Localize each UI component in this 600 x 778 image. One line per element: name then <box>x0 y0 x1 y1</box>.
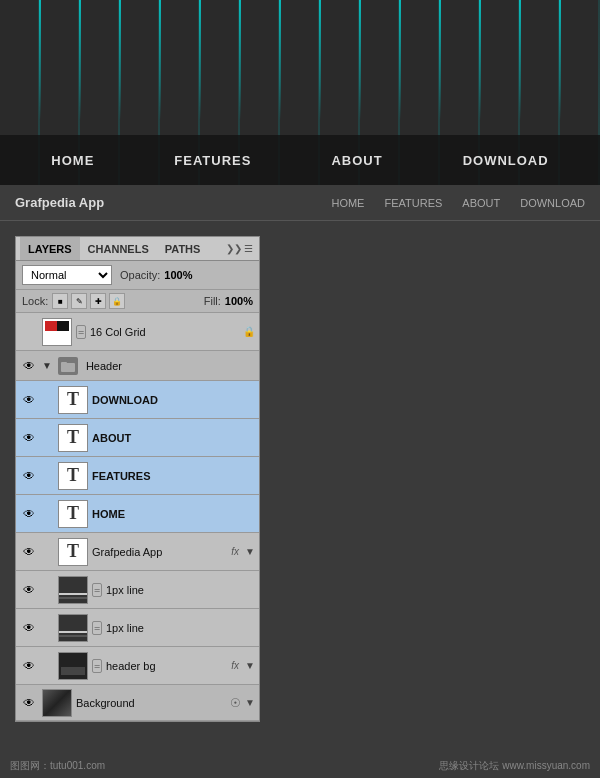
layer-row[interactable]: 👁 T FEATURES <box>16 457 259 495</box>
website-preview: HOME FEATURES ABOUT DOWNLOAD <box>0 0 600 185</box>
lock-label: Lock: <box>22 295 48 307</box>
tab-channels[interactable]: CHANNELS <box>80 237 157 260</box>
layer-fx-chevron[interactable]: ▼ <box>245 660 255 671</box>
layer-visibility-toggle[interactable]: 👁 <box>20 391 38 409</box>
layer-fx-label: fx <box>231 660 239 671</box>
layer-visibility-toggle[interactable]: 👁 <box>20 694 38 712</box>
app-header: Grafpedia App HOME FEATURES ABOUT DOWNLO… <box>0 185 600 221</box>
watermark-left: 图图网：tutu001.com <box>10 759 105 773</box>
panel-expand-icon[interactable]: ❯❯ <box>226 243 242 254</box>
layer-fx-label: fx <box>231 546 239 557</box>
layer-thumbnail: T <box>58 462 88 490</box>
lock-icons: ■ ✎ ✚ 🔒 <box>52 293 125 309</box>
layer-row[interactable]: 👁 T ABOUT <box>16 419 259 457</box>
layer-row[interactable]: 👁 T DOWNLOAD <box>16 381 259 419</box>
layers-list: ⚌ 16 Col Grid 🔒 👁 ▼ Header 👁 <box>16 313 259 721</box>
layer-name: DOWNLOAD <box>92 394 255 406</box>
layer-chain-icon: ⚌ <box>92 583 102 597</box>
tab-layers[interactable]: LAYERS <box>20 237 80 260</box>
app-nav-features[interactable]: FEATURES <box>384 197 442 209</box>
lock-image-icon[interactable]: ✎ <box>71 293 87 309</box>
group-arrow-icon[interactable]: ▼ <box>42 360 52 371</box>
teal-line <box>519 0 521 120</box>
layer-visibility-toggle[interactable]: 👁 <box>20 467 38 485</box>
opacity-label: Opacity: <box>120 269 160 281</box>
layer-visibility-toggle[interactable]: 👁 <box>20 505 38 523</box>
svg-rect-1 <box>61 362 67 365</box>
opacity-value: 100% <box>164 269 192 281</box>
lock-transparent-icon[interactable]: ■ <box>52 293 68 309</box>
app-title: Grafpedia App <box>15 195 104 210</box>
teal-line <box>199 0 201 120</box>
layer-row[interactable]: ⚌ 16 Col Grid 🔒 <box>16 313 259 351</box>
teal-line <box>39 0 41 120</box>
layer-chevron-icon[interactable]: ▼ <box>245 697 255 708</box>
layer-name: FEATURES <box>92 470 255 482</box>
layer-fx-chevron[interactable]: ▼ <box>245 546 255 557</box>
layer-chain-icon: ⚌ <box>92 621 102 635</box>
panel-menu-icon[interactable]: ☰ <box>244 243 253 254</box>
layer-thumbnail: T <box>58 538 88 566</box>
blend-mode-select[interactable]: Normal Multiply Screen <box>22 265 112 285</box>
layer-lock-globe-icon: ☉ <box>230 696 241 710</box>
layer-visibility-toggle[interactable] <box>20 323 38 341</box>
teal-line <box>279 0 281 120</box>
website-nav-bar: HOME FEATURES ABOUT DOWNLOAD <box>0 135 600 185</box>
tab-paths[interactable]: PATHS <box>157 237 209 260</box>
layer-row[interactable]: 👁 T HOME <box>16 495 259 533</box>
teal-line <box>119 0 121 120</box>
panel-tabs: LAYERS CHANNELS PATHS ❯❯ ☰ <box>16 237 259 261</box>
app-nav-about[interactable]: ABOUT <box>462 197 500 209</box>
teal-line <box>239 0 241 120</box>
layer-visibility-toggle[interactable]: 👁 <box>20 619 38 637</box>
layer-row[interactable]: 👁 T Grafpedia App fx ▼ <box>16 533 259 571</box>
ps-area: LAYERS CHANNELS PATHS ❯❯ ☰ Normal Multip… <box>0 221 600 722</box>
layer-visibility-toggle[interactable]: 👁 <box>20 657 38 675</box>
layer-thumbnail: T <box>58 500 88 528</box>
layer-name: Header <box>86 360 255 372</box>
layer-name: Grafpedia App <box>92 546 227 558</box>
layer-visibility-toggle[interactable]: 👁 <box>20 581 38 599</box>
website-nav-about: ABOUT <box>331 153 382 168</box>
layer-thumbnail: T <box>58 386 88 414</box>
layer-row[interactable]: 👁 ⚌ header bg fx ▼ <box>16 647 259 685</box>
layer-name: HOME <box>92 508 255 520</box>
layer-row-background[interactable]: 👁 Background ☉ ▼ <box>16 685 259 721</box>
layer-visibility-toggle[interactable]: 👁 <box>20 543 38 561</box>
layer-thumbnail <box>42 689 72 717</box>
layers-panel: LAYERS CHANNELS PATHS ❯❯ ☰ Normal Multip… <box>15 236 260 722</box>
layer-thumbnail: T <box>58 424 88 452</box>
fill-label: Fill: <box>204 295 221 307</box>
layer-name: header bg <box>106 660 227 672</box>
layer-lock-icon: 🔒 <box>243 326 255 337</box>
layer-name: 1px line <box>106 584 255 596</box>
layer-group-header[interactable]: 👁 ▼ Header <box>16 351 259 381</box>
website-nav-download: DOWNLOAD <box>463 153 549 168</box>
teal-line <box>359 0 361 120</box>
lock-position-icon[interactable]: ✚ <box>90 293 106 309</box>
layer-chain-icon: ⚌ <box>92 659 102 673</box>
layer-thumbnail <box>58 652 88 680</box>
blend-mode-row: Normal Multiply Screen Opacity: 100% <box>16 261 259 290</box>
teal-line <box>559 0 561 120</box>
app-nav: HOME FEATURES ABOUT DOWNLOAD <box>331 197 585 209</box>
teal-line <box>319 0 321 120</box>
lock-row: Lock: ■ ✎ ✚ 🔒 Fill: 100% <box>16 290 259 313</box>
layer-row[interactable]: 👁 ⚌ 1px line <box>16 609 259 647</box>
teal-line <box>79 0 81 120</box>
layer-name: Background <box>76 697 226 709</box>
teal-line <box>159 0 161 120</box>
fill-value: 100% <box>225 295 253 307</box>
layer-name: 16 Col Grid <box>90 326 239 338</box>
group-folder-icon <box>58 357 78 375</box>
lock-all-icon[interactable]: 🔒 <box>109 293 125 309</box>
app-nav-home[interactable]: HOME <box>331 197 364 209</box>
layer-row[interactable]: 👁 ⚌ 1px line <box>16 571 259 609</box>
layer-name: 1px line <box>106 622 255 634</box>
website-nav-features: FEATURES <box>174 153 251 168</box>
app-nav-download[interactable]: DOWNLOAD <box>520 197 585 209</box>
layer-thumbnail <box>58 576 88 604</box>
teal-line <box>479 0 481 120</box>
layer-visibility-toggle[interactable]: 👁 <box>20 429 38 447</box>
layer-visibility-toggle[interactable]: 👁 <box>20 357 38 375</box>
